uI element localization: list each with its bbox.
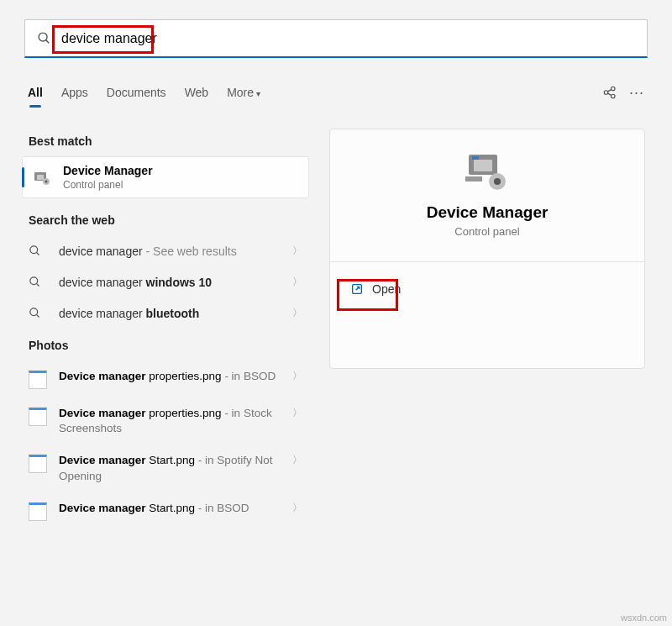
photo-result-2[interactable]: Device manager properties.png - in Stock… — [22, 397, 309, 445]
svg-rect-22 — [465, 176, 482, 181]
search-bar[interactable] — [24, 19, 648, 58]
preview-subtitle: Control panel — [347, 225, 627, 238]
image-thumbnail-icon — [29, 408, 47, 426]
preview-panel: Device Manager Control panel Open — [329, 129, 645, 369]
svg-rect-18 — [474, 160, 492, 171]
chevron-right-icon: 〉 — [292, 244, 302, 258]
best-match-subtitle: Control panel — [63, 179, 153, 191]
best-match-title: Device Manager — [63, 164, 153, 177]
web-result-prefix: device manager — [59, 307, 146, 320]
photo-name-bold: Device manager — [59, 454, 146, 466]
chevron-right-icon: 〉 — [292, 275, 302, 289]
photo-name-rest: properties.png — [146, 370, 222, 382]
svg-point-2 — [604, 91, 608, 95]
search-icon — [29, 245, 47, 257]
svg-line-12 — [36, 252, 39, 255]
chevron-right-icon: 〉 — [292, 501, 302, 515]
svg-point-10 — [45, 181, 48, 183]
web-result-bold: bluetooth — [146, 307, 200, 320]
share-icon[interactable] — [602, 85, 617, 100]
svg-line-5 — [608, 90, 612, 92]
svg-point-4 — [611, 94, 615, 98]
web-result-suffix: - See web results — [143, 245, 237, 258]
web-result-query: device manager — [59, 245, 143, 258]
divider — [330, 261, 644, 262]
photo-name-rest: Start.png — [146, 502, 196, 514]
web-result-1[interactable]: device manager - See web results 〉 — [22, 235, 309, 266]
best-match-item[interactable]: Device Manager Control panel — [22, 156, 309, 198]
chevron-right-icon: 〉 — [292, 306, 302, 320]
image-thumbnail-icon — [29, 371, 47, 389]
more-options-icon[interactable]: ··· — [629, 84, 644, 102]
search-icon — [37, 31, 51, 45]
tab-web[interactable]: Web — [185, 81, 209, 104]
photo-result-1[interactable]: Device manager properties.png - in BSOD … — [22, 360, 309, 397]
photo-location: - in BSOD — [195, 502, 249, 514]
photo-result-4[interactable]: Device manager Start.png - in BSOD 〉 — [22, 492, 309, 529]
search-web-heading: Search the web — [29, 213, 304, 227]
svg-line-1 — [46, 40, 50, 44]
device-manager-icon — [464, 151, 511, 192]
svg-point-3 — [611, 87, 615, 91]
open-button[interactable]: Open — [347, 277, 404, 301]
preview-title: Device Manager — [347, 203, 627, 222]
svg-rect-8 — [37, 175, 44, 180]
web-result-2[interactable]: device manager windows 10 〉 — [22, 266, 309, 297]
watermark: wsxdn.com — [621, 613, 667, 623]
search-input[interactable] — [61, 31, 635, 46]
tab-documents[interactable]: Documents — [107, 81, 166, 104]
chevron-down-icon: ▾ — [256, 89, 260, 98]
photo-location: - in BSOD — [222, 370, 276, 382]
svg-line-6 — [608, 93, 612, 95]
image-thumbnail-icon — [29, 502, 47, 521]
photo-name-bold: Device manager — [59, 370, 146, 382]
search-icon — [29, 307, 47, 319]
svg-line-16 — [36, 314, 39, 317]
web-result-bold: windows 10 — [146, 276, 213, 289]
device-manager-icon — [31, 166, 53, 188]
chevron-right-icon: 〉 — [292, 406, 302, 420]
svg-point-11 — [30, 246, 38, 254]
chevron-right-icon: 〉 — [292, 369, 302, 383]
tab-more[interactable]: More▾ — [227, 81, 260, 104]
web-result-3[interactable]: device manager bluetooth 〉 — [22, 297, 309, 329]
svg-rect-19 — [472, 156, 479, 160]
chevron-right-icon: 〉 — [292, 453, 302, 467]
open-external-icon — [350, 282, 364, 296]
svg-point-0 — [39, 33, 47, 41]
photo-name-rest: properties.png — [146, 407, 222, 419]
tab-apps[interactable]: Apps — [61, 81, 88, 104]
search-icon — [29, 276, 47, 288]
svg-point-21 — [494, 178, 501, 185]
best-match-heading: Best match — [29, 134, 304, 148]
svg-line-14 — [36, 283, 39, 286]
image-thumbnail-icon — [29, 455, 47, 473]
svg-point-13 — [30, 277, 38, 285]
web-result-prefix: device manager — [59, 276, 146, 289]
open-label: Open — [372, 282, 401, 296]
photo-name-bold: Device manager — [59, 502, 146, 514]
results-left: Best match Device Manager Control panel … — [22, 126, 309, 529]
photo-result-3[interactable]: Device manager Start.png - in Spotify No… — [22, 445, 309, 492]
svg-point-15 — [30, 308, 38, 316]
photos-heading: Photos — [29, 339, 304, 352]
filter-tabs: All Apps Documents Web More▾ ··· — [28, 81, 644, 104]
photo-name-rest: Start.png — [146, 454, 196, 466]
photo-name-bold: Device manager — [59, 407, 146, 419]
tab-all[interactable]: All — [28, 81, 43, 104]
